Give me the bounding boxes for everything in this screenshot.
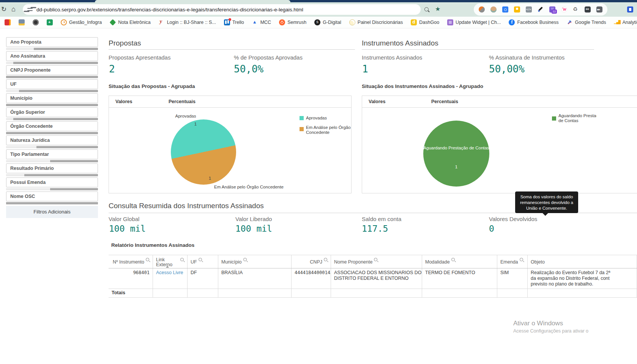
bookmark-item[interactable]: MCC <box>252 19 271 25</box>
bookmark-item[interactable]: Trello <box>224 19 244 25</box>
blue-partial-ext-icon[interactable] <box>627 6 633 13</box>
filter-scrollbar[interactable] <box>6 174 98 176</box>
search-icon[interactable] <box>451 258 456 262</box>
green-sheet-icon <box>47 19 53 25</box>
search-icon[interactable] <box>146 258 150 262</box>
filter-scrollbar-thumb <box>13 118 98 120</box>
bookmark-item[interactable]: Facebook Business <box>509 19 558 25</box>
bookmark-star-icon[interactable]: ★ <box>435 5 440 13</box>
filter-scrollbar[interactable] <box>6 160 98 162</box>
site-settings-icon[interactable] <box>27 7 33 12</box>
filter-scrollbar[interactable] <box>6 76 98 78</box>
bookmark-item[interactable]: G-Digital <box>314 19 341 25</box>
valores-devolvidos-tooltip: Soma dos valores do saldo remanescentes … <box>515 191 578 213</box>
bookmark-item[interactable]: Painel Discricionárias <box>349 19 403 25</box>
filter-scrollbar[interactable] <box>6 48 98 50</box>
legend-swatch-analise <box>300 127 304 131</box>
instrumentos-pie-chart[interactable] <box>423 121 489 187</box>
bookmark-item[interactable] <box>19 19 25 25</box>
bookmark-item[interactable] <box>47 19 53 25</box>
filter-scrollbar[interactable] <box>6 146 98 148</box>
filter-box[interactable]: Tipo Parlamentar <box>6 149 98 159</box>
search-icon[interactable] <box>374 258 378 262</box>
swirl-ext-icon[interactable] <box>479 6 485 13</box>
bookmark-label: Gestão_Infogra <box>69 20 102 25</box>
filtros-adicionais-button[interactable]: Filtros Adicionais <box>6 206 98 218</box>
forward-ext-icon[interactable] <box>596 6 602 13</box>
filter-box[interactable]: Ano Proposta <box>6 37 98 47</box>
column-header-8[interactable]: Objeto <box>528 255 637 268</box>
url-text[interactable]: dd-publico.serpro.gov.br/extensions/tran… <box>36 7 303 13</box>
cell-line: previsto no plano de trabalho. <box>531 281 634 287</box>
table-cell-1[interactable]: Acesso Livre <box>153 268 188 289</box>
filter-box[interactable]: Município <box>6 93 98 103</box>
filter-box[interactable]: Resultado Primário <box>6 163 98 173</box>
column-header-1[interactable]: Link Externo <box>153 255 188 268</box>
search-icon[interactable] <box>324 258 328 262</box>
bookmark-item[interactable]: Nota Eletrônica <box>110 19 150 25</box>
filter-scrollbar[interactable] <box>6 188 98 190</box>
filter-box[interactable]: Nome OSC <box>6 191 98 201</box>
stack-ext-icon[interactable]: 22 <box>549 6 555 13</box>
bookmark-item[interactable]: Google Trends <box>566 19 606 25</box>
column-header-3[interactable]: Município <box>218 255 292 268</box>
bookmark-item[interactable]: Analytics <box>614 19 637 25</box>
column-header-label: Emenda <box>500 260 518 265</box>
reload-icon[interactable]: ↻ <box>1 5 6 13</box>
bookmark-label: Login :: BJ-Share :: S... <box>167 20 216 25</box>
column-header-label: CNPJ <box>310 260 322 265</box>
bookmark-item[interactable]: DashGoo <box>411 19 439 25</box>
address-bar[interactable]: dd-publico.serpro.gov.br/extensions/tran… <box>23 4 421 15</box>
filter-box[interactable]: Natureza Jurídica <box>6 135 98 145</box>
keep-ext-icon[interactable] <box>514 6 520 13</box>
avatar-ext-icon[interactable] <box>490 6 497 13</box>
filter-scrollbar[interactable] <box>6 62 98 64</box>
column-header-0[interactable]: Nº Instrumento <box>109 255 153 268</box>
filter-box[interactable]: UF <box>6 79 98 89</box>
filter-box[interactable]: Órgão Concedente <box>6 121 98 131</box>
divider <box>362 107 637 108</box>
column-header-6[interactable]: Modalidade <box>422 255 497 268</box>
bookmark-item[interactable]: Semrush <box>279 19 306 25</box>
filter-box[interactable]: Ano Assinatura <box>6 51 98 61</box>
filter-label: Nome OSC <box>10 194 35 199</box>
robot-ext-icon[interactable] <box>585 6 591 13</box>
propostas-pie-chart[interactable] <box>171 119 236 185</box>
column-header-7[interactable]: Emenda <box>497 255 528 268</box>
column-header-4[interactable]: CNPJ <box>292 255 331 268</box>
filter-scrollbar[interactable] <box>6 90 98 92</box>
zoom-icon[interactable] <box>424 7 429 11</box>
bookmark-item[interactable]: Update Widget | Ch... <box>447 19 501 25</box>
search-icon[interactable] <box>180 258 185 262</box>
bookmark-item[interactable]: Login :: BJ-Share :: S... <box>159 19 216 25</box>
totals-cell-5 <box>331 289 422 297</box>
trello-icon <box>224 19 230 25</box>
tag-ext-icon[interactable] <box>502 6 508 13</box>
code-ext-icon[interactable] <box>526 6 532 13</box>
filter-scrollbar-thumb <box>34 48 98 50</box>
dropper-ext-icon[interactable] <box>538 6 544 13</box>
filter-scrollbar[interactable] <box>6 118 98 120</box>
bookmark-label: Nota Eletrônica <box>118 20 150 25</box>
home-icon[interactable]: ⌂ <box>11 5 16 13</box>
search-icon[interactable] <box>243 258 248 262</box>
recycle-ext-icon[interactable] <box>573 6 579 13</box>
bookmark-item[interactable]: Gestão_Infogra <box>61 19 102 25</box>
bookmark-item[interactable] <box>33 19 39 25</box>
filter-scrollbar[interactable] <box>6 132 98 134</box>
column-header-5[interactable]: Nome Proponente <box>331 255 422 268</box>
search-icon[interactable] <box>199 258 203 262</box>
tab-valores-instrumentos[interactable]: Valores <box>369 99 385 104</box>
tab-percentuais-propostas[interactable]: Percentuais <box>169 99 196 104</box>
filter-scrollbar[interactable] <box>6 202 98 204</box>
tab-valores-propostas[interactable]: Valores <box>115 99 132 104</box>
wave-ext-icon[interactable] <box>561 6 567 13</box>
filter-box[interactable]: Possui Emenda <box>6 177 98 187</box>
column-header-2[interactable]: UF <box>188 255 218 268</box>
filter-box[interactable]: CNPJ Proponente <box>6 65 98 75</box>
search-icon[interactable] <box>520 258 524 262</box>
bookmark-item[interactable] <box>5 19 11 25</box>
filter-scrollbar[interactable] <box>6 104 98 106</box>
filter-box[interactable]: Órgão Superior <box>6 107 98 117</box>
tab-percentuais-instrumentos[interactable]: Percentuais <box>431 99 458 104</box>
